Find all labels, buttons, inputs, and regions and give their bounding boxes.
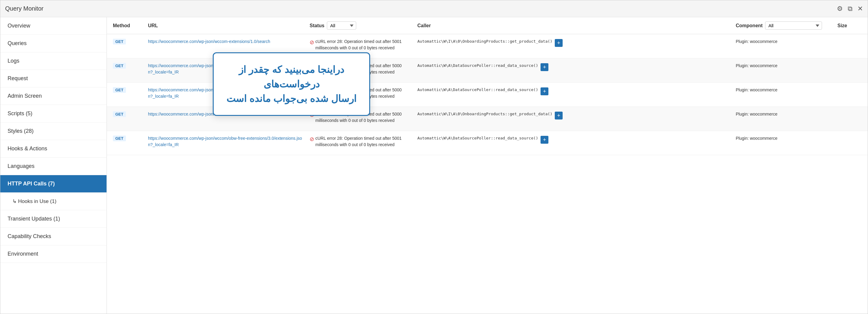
caller-text: Automattic\W\I\A\0\OnboardingProducts::g… [417, 111, 552, 117]
method-badge: GET [113, 111, 126, 117]
cell-url: https://woocommerce.com/wp-json/wccom-ex… [148, 38, 305, 45]
cell-component: Plugin: woocommerce [736, 63, 833, 69]
app-title: Query Monitor [5, 5, 43, 12]
sidebar-item-transient-updates[interactable]: Transient Updates (1) [0, 210, 106, 228]
app-window: Query Monitor ⚙ ⧉ ✕ OverviewQueriesLogsR… [0, 0, 868, 314]
method-badge: GET [113, 135, 126, 141]
cell-url: https://woocommerce.com/wp-json/wccom/ob… [148, 135, 305, 148]
content-area: Method URL Status All Success Error Call… [107, 17, 868, 314]
window-icon[interactable]: ⧉ [848, 5, 852, 13]
status-text: cURL error 28: Operation timed out after… [315, 38, 412, 51]
main-layout: OverviewQueriesLogsRequestAdmin ScreenSc… [0, 17, 868, 314]
cell-method: GET [113, 38, 143, 45]
cell-method: GET [113, 135, 143, 142]
cell-status: ⊘ cURL error 28: Operation timed out aft… [310, 38, 412, 51]
header-caller: Caller [417, 23, 731, 28]
close-icon[interactable]: ✕ [858, 5, 863, 13]
caller-text: Automattic\W\A\DataSourcePoller::read_da… [417, 135, 538, 141]
overlay-line2: ارسال شده بی‌جواب مانده است [226, 91, 357, 106]
sidebar-item-hooks-actions[interactable]: Hooks & Actions [0, 140, 106, 158]
status-filter[interactable]: All Success Error [327, 22, 356, 30]
cell-status: ⊘ cURL error 28: Operation timed out aft… [310, 135, 412, 148]
sidebar-item-languages[interactable]: Languages [0, 158, 106, 175]
cell-method: GET [113, 87, 143, 93]
sidebar-item-overview[interactable]: Overview [0, 17, 106, 35]
sidebar-item-request[interactable]: Request [0, 70, 106, 87]
header-url: URL [148, 23, 305, 28]
caller-text: Automattic\W\A\DataSourcePoller::read_da… [417, 63, 538, 69]
overlay-line1: دراینجا می‌بینید که چقدر از درخواست‌های [226, 62, 357, 91]
cell-caller: Automattic\W\A\DataSourcePoller::read_da… [417, 63, 731, 71]
expand-button[interactable]: + [555, 112, 563, 120]
method-badge: GET [113, 39, 126, 44]
sidebar-item-capability-checks[interactable]: Capability Checks [0, 228, 106, 245]
sidebar-item-queries[interactable]: Queries [0, 35, 106, 52]
expand-button[interactable]: + [555, 39, 563, 47]
table-row: GET https://woocommerce.com/wp-json/wcco… [107, 131, 868, 155]
sidebar: OverviewQueriesLogsRequestAdmin ScreenSc… [0, 17, 107, 314]
overlay-box: دراینجا می‌بینید که چقدر از درخواست‌های … [213, 52, 370, 116]
settings-icon[interactable]: ⚙ [837, 5, 843, 13]
header-size: Size [837, 23, 862, 28]
header-component: Component All Plugin: woocommerce Core [736, 22, 833, 30]
header-status: Status All Success Error [310, 22, 412, 30]
expand-button[interactable]: + [540, 87, 549, 95]
component-filter[interactable]: All Plugin: woocommerce Core [765, 22, 822, 30]
method-badge: GET [113, 87, 126, 93]
title-bar: Query Monitor ⚙ ⧉ ✕ [0, 0, 868, 17]
sidebar-item-scripts[interactable]: Scripts (5) [0, 105, 106, 123]
expand-button[interactable]: + [540, 136, 549, 144]
sidebar-item-hooks-in-use[interactable]: ↳ Hooks in Use (1) [0, 193, 106, 210]
status-text: cURL error 28: Operation timed out after… [315, 135, 412, 148]
cell-component: Plugin: woocommerce [736, 38, 833, 45]
cell-caller: Automattic\W\I\A\0\OnboardingProducts::g… [417, 111, 731, 120]
sidebar-item-environment[interactable]: Environment [0, 245, 106, 263]
caller-text: Automattic\W\I\A\0\OnboardingProducts::g… [417, 38, 552, 44]
caller-text: Automattic\W\A\DataSourcePoller::read_da… [417, 87, 538, 93]
cell-method: GET [113, 63, 143, 69]
sidebar-item-logs[interactable]: Logs [0, 52, 106, 70]
title-bar-actions: ⚙ ⧉ ✕ [837, 5, 863, 13]
sidebar-item-styles[interactable]: Styles (28) [0, 123, 106, 140]
cell-component: Plugin: woocommerce [736, 87, 833, 93]
header-method: Method [113, 23, 143, 28]
table-header: Method URL Status All Success Error Call… [107, 17, 868, 34]
overlay-text: دراینجا می‌بینید که چقدر از درخواست‌های … [226, 62, 357, 106]
overlay-container: دراینجا می‌بینید که چقدر از درخواست‌های … [213, 52, 370, 116]
cell-caller: Automattic\W\A\DataSourcePoller::read_da… [417, 87, 731, 95]
error-icon: ⊘ [310, 135, 314, 144]
sidebar-item-http-api-calls[interactable]: HTTP API Calls (7) [0, 175, 106, 193]
sidebar-item-admin-screen[interactable]: Admin Screen [0, 87, 106, 105]
method-badge: GET [113, 63, 126, 69]
cell-method: GET [113, 111, 143, 117]
cell-component: Plugin: woocommerce [736, 111, 833, 117]
cell-component: Plugin: woocommerce [736, 135, 833, 142]
cell-caller: Automattic\W\I\A\0\OnboardingProducts::g… [417, 38, 731, 47]
table-body: GET https://woocommerce.com/wp-json/wcco… [107, 34, 868, 314]
cell-caller: Automattic\W\A\DataSourcePoller::read_da… [417, 135, 731, 144]
expand-button[interactable]: + [540, 63, 549, 71]
error-icon: ⊘ [310, 38, 314, 46]
